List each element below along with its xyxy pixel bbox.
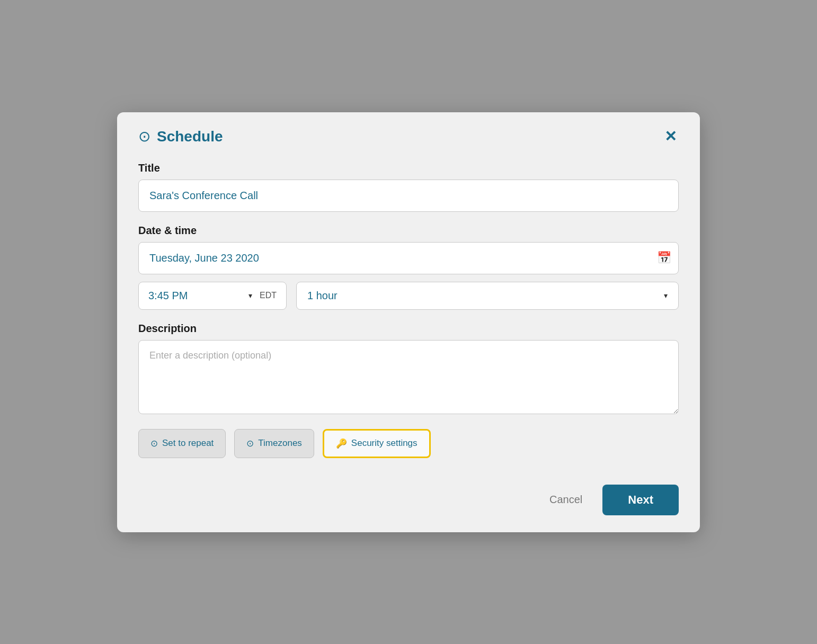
cancel-button[interactable]: Cancel bbox=[539, 486, 593, 513]
description-textarea[interactable] bbox=[138, 340, 679, 414]
duration-chevron-icon: ▾ bbox=[664, 291, 668, 300]
time-duration-row: 3:45 PM ▾ EDT 1 hour ▾ bbox=[138, 282, 679, 310]
date-time-label: Date & time bbox=[138, 225, 679, 237]
modal-header: ⊙ Schedule ✕ bbox=[117, 112, 700, 157]
date-row: 📅 bbox=[138, 242, 679, 274]
security-settings-label: Security settings bbox=[351, 438, 418, 449]
timezones-label: Timezones bbox=[258, 438, 302, 449]
calendar-button[interactable]: 📅 bbox=[657, 251, 671, 265]
timezones-icon: ⊙ bbox=[246, 438, 254, 449]
schedule-icon: ⊙ bbox=[138, 128, 150, 145]
security-icon: 🔑 bbox=[336, 438, 347, 449]
action-buttons-row: ⊙ Set to repeat ⊙ Timezones 🔑 Security s… bbox=[138, 429, 679, 458]
close-button[interactable]: ✕ bbox=[662, 127, 679, 146]
next-button[interactable]: Next bbox=[602, 485, 679, 515]
time-value: 3:45 PM bbox=[148, 290, 243, 302]
modal-overlay: ⊙ Schedule ✕ Title Date & time 📅 bbox=[0, 0, 817, 644]
timezones-button[interactable]: ⊙ Timezones bbox=[234, 429, 314, 458]
modal-body: Title Date & time 📅 3:45 PM bbox=[117, 157, 700, 474]
title-input[interactable] bbox=[138, 180, 679, 212]
chevron-down-icon: ▾ bbox=[248, 291, 252, 300]
modal-title-area: ⊙ Schedule bbox=[138, 128, 223, 145]
schedule-modal: ⊙ Schedule ✕ Title Date & time 📅 bbox=[117, 112, 700, 532]
time-selector[interactable]: 3:45 PM ▾ EDT bbox=[138, 282, 287, 310]
repeat-icon: ⊙ bbox=[150, 438, 158, 449]
timezone-label: EDT bbox=[260, 291, 277, 300]
security-settings-button[interactable]: 🔑 Security settings bbox=[323, 429, 431, 458]
duration-selector[interactable]: 1 hour ▾ bbox=[296, 282, 679, 310]
title-group: Title bbox=[138, 162, 679, 212]
modal-footer: Cancel Next bbox=[117, 474, 700, 532]
description-group: Description bbox=[138, 323, 679, 416]
title-label: Title bbox=[138, 162, 679, 174]
set-repeat-label: Set to repeat bbox=[162, 438, 214, 449]
description-label: Description bbox=[138, 323, 679, 335]
duration-value: 1 hour bbox=[307, 290, 659, 302]
date-input-wrapper: 📅 bbox=[138, 242, 679, 274]
modal-title: Schedule bbox=[157, 128, 223, 145]
set-repeat-button[interactable]: ⊙ Set to repeat bbox=[138, 429, 226, 458]
date-time-group: Date & time 📅 3:45 PM ▾ EDT bbox=[138, 225, 679, 310]
date-input[interactable] bbox=[138, 242, 679, 274]
